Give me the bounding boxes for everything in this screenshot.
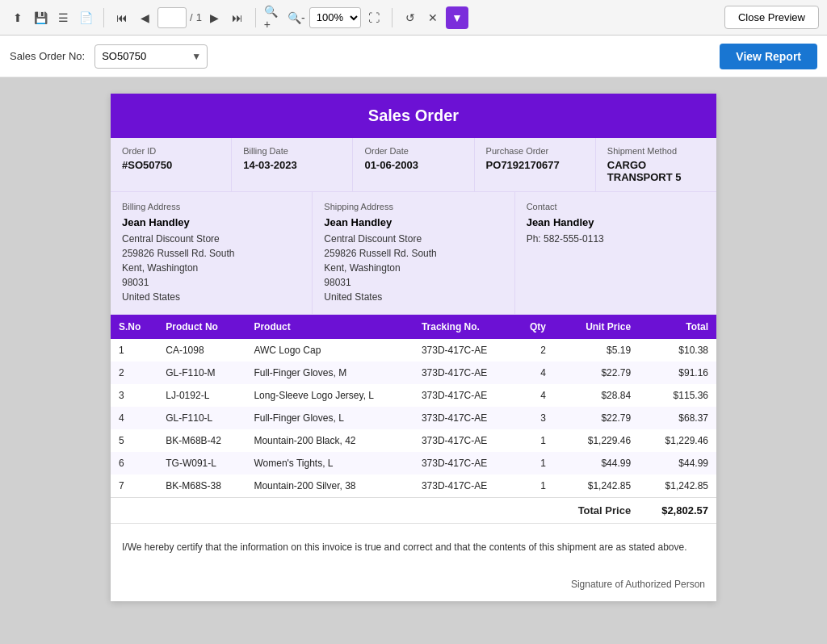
table-row: 7 BK-M68S-38 Mountain-200 Silver, 38 373… <box>111 475 716 498</box>
billing-address-lines: Central Discount Store259826 Russell Rd.… <box>122 232 300 304</box>
so-select-wrapper: SO50750 ▼ <box>94 44 208 69</box>
first-page-icon[interactable]: ⏮ <box>112 8 132 27</box>
page-number-input[interactable]: 1 <box>157 7 187 28</box>
page-total-label: 1 <box>196 11 202 23</box>
cell-tracking: 373D-417C-AE <box>414 452 514 475</box>
cert-section: I/We hereby certify that the information… <box>111 523 716 562</box>
file-icons: ⬆ 💾 ☰ 📄 <box>8 8 95 27</box>
cell-total: $68.37 <box>639 407 716 429</box>
last-page-icon[interactable]: ⏭ <box>228 8 247 27</box>
cell-qty: 1 <box>514 452 554 475</box>
cell-product: AWC Logo Cap <box>246 339 413 362</box>
col-unit-price: Unit Price <box>554 315 639 339</box>
info-grid: Order ID #SO50750 Billing Date 14-03-202… <box>111 138 716 192</box>
table-row: 4 GL-F110-L Full-Finger Gloves, L 373D-4… <box>111 407 716 429</box>
cell-product-no: CA-1098 <box>157 339 246 362</box>
contact-name: Jean Handley <box>527 216 705 228</box>
shipping-address-lines: Central Discount Store259826 Russell Rd.… <box>324 232 502 304</box>
cell-qty: 4 <box>514 384 554 407</box>
table-row: 3 LJ-0192-L Long-Sleeve Logo Jersey, L 3… <box>111 384 716 407</box>
second-bar: Sales Order No: SO50750 ▼ View Report <box>0 36 827 77</box>
total-spacer <box>111 498 554 524</box>
total-price-label: Total Price <box>554 498 639 524</box>
col-product: Product <box>246 315 413 339</box>
cell-tracking: 373D-417C-AE <box>414 475 514 498</box>
zoom-out-icon[interactable]: 🔍- <box>287 8 306 27</box>
table-row: 5 BK-M68B-42 Mountain-200 Black, 42 373D… <box>111 429 716 452</box>
cell-sno: 1 <box>111 339 157 362</box>
contact-phone: Ph: 582-555-0113 <box>527 232 705 246</box>
billing-address-name: Jean Handley <box>122 216 300 228</box>
cell-qty: 1 <box>514 475 554 498</box>
save-icon[interactable]: 💾 <box>31 8 50 27</box>
cell-total: $115.36 <box>639 384 716 407</box>
cell-sno: 4 <box>111 407 157 429</box>
next-page-icon[interactable]: ▶ <box>205 8 225 27</box>
col-sno: S.No <box>111 315 157 339</box>
cell-tracking: 373D-417C-AE <box>414 407 514 429</box>
cell-sno: 3 <box>111 384 157 407</box>
items-tbody: 1 CA-1098 AWC Logo Cap 373D-417C-AE 2 $5… <box>111 339 716 498</box>
filter-button[interactable]: ▼ <box>446 6 468 29</box>
billing-date-label: Billing Date <box>243 146 341 156</box>
content-area: Sales Order Order ID #SO50750 Billing Da… <box>0 77 827 617</box>
cell-tracking: 373D-417C-AE <box>414 429 514 452</box>
cell-qty: 2 <box>514 339 554 362</box>
shipment-method-cell: Shipment Method CARGO TRANSPORT 5 <box>596 138 716 191</box>
cell-unit-price: $22.79 <box>554 407 639 429</box>
zoom-in-icon[interactable]: 🔍+ <box>264 8 283 27</box>
so-label: Sales Order No: <box>10 50 85 62</box>
col-tracking: Tracking No. <box>414 315 514 339</box>
separator-2 <box>255 8 256 27</box>
report-container: Sales Order Order ID #SO50750 Billing Da… <box>111 94 716 601</box>
order-date-cell: Order Date 01-06-2003 <box>353 138 474 191</box>
filter-icon: ▼ <box>451 11 463 24</box>
contact-cell: Contact Jean Handley Ph: 582-555-0113 <box>515 192 716 314</box>
contact-label: Contact <box>527 202 705 211</box>
zoom-icons: 🔍+ 🔍- 100% 75% 125% 150% ⛶ <box>264 7 384 28</box>
cell-sno: 2 <box>111 362 157 384</box>
shipment-method-label: Shipment Method <box>607 146 705 156</box>
page-of-label: / <box>190 11 193 23</box>
cell-product: Women's Tights, L <box>246 452 413 475</box>
export-icon[interactable]: 📄 <box>76 8 95 27</box>
cell-sno: 7 <box>111 475 157 498</box>
refresh-icon[interactable]: ↺ <box>401 8 420 27</box>
billing-date-value: 14-03-2023 <box>243 159 341 171</box>
action-icons: ↺ ✕ ▼ <box>401 6 468 29</box>
print-icon[interactable]: ☰ <box>53 8 73 27</box>
separator-3 <box>392 8 393 27</box>
shipping-address-label: Shipping Address <box>324 202 502 211</box>
cell-total: $1,242.85 <box>639 475 716 498</box>
cell-product-no: LJ-0192-L <box>157 384 246 407</box>
address-section: Billing Address Jean Handley Central Dis… <box>111 192 716 315</box>
cell-unit-price: $5.19 <box>554 339 639 362</box>
report-title: Sales Order <box>111 94 716 138</box>
cell-tracking: 373D-417C-AE <box>414 339 514 362</box>
zoom-select[interactable]: 100% 75% 125% 150% <box>309 7 361 28</box>
cell-total: $44.99 <box>639 452 716 475</box>
cell-unit-price: $44.99 <box>554 452 639 475</box>
col-total: Total <box>639 315 716 339</box>
cell-total: $91.16 <box>639 362 716 384</box>
cell-product-no: BK-M68B-42 <box>157 429 246 452</box>
fit-page-icon[interactable]: ⛶ <box>364 8 384 27</box>
view-report-button[interactable]: View Report <box>720 44 817 69</box>
cell-total: $1,229.46 <box>639 429 716 452</box>
cell-sno: 6 <box>111 452 157 475</box>
cell-product-no: TG-W091-L <box>157 452 246 475</box>
upload-icon[interactable]: ⬆ <box>8 8 27 27</box>
cell-tracking: 373D-417C-AE <box>414 384 514 407</box>
billing-address-cell: Billing Address Jean Handley Central Dis… <box>111 192 313 314</box>
signature-section: Signature of Authorized Person <box>111 562 716 601</box>
table-row: 2 GL-F110-M Full-Finger Gloves, M 373D-4… <box>111 362 716 384</box>
purchase-order-label: Purchase Order <box>486 146 584 156</box>
purchase-order-value: PO7192170677 <box>486 159 584 171</box>
prev-page-icon[interactable]: ◀ <box>135 8 154 27</box>
cell-product-no: GL-F110-M <box>157 362 246 384</box>
close-icon[interactable]: ✕ <box>423 8 443 27</box>
cell-unit-price: $22.79 <box>554 362 639 384</box>
so-select[interactable]: SO50750 <box>94 44 208 69</box>
close-preview-button[interactable]: Close Preview <box>724 6 819 29</box>
col-qty: Qty <box>514 315 554 339</box>
